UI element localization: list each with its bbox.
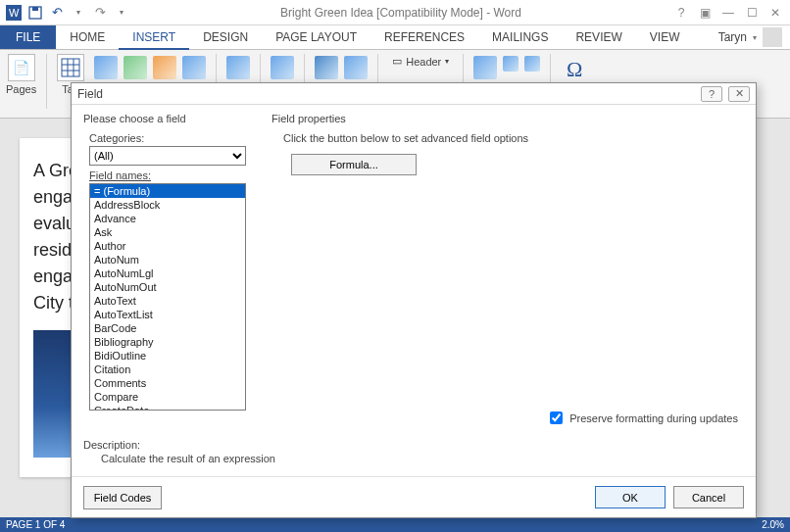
- field-name-item[interactable]: Compare: [90, 390, 245, 404]
- tab-design[interactable]: DESIGN: [189, 25, 262, 49]
- description-label: Description:: [83, 439, 275, 451]
- svg-text:W: W: [9, 7, 20, 19]
- preserve-checkbox-input[interactable]: [550, 411, 563, 424]
- field-codes-button[interactable]: Field Codes: [83, 486, 162, 509]
- tab-references[interactable]: REFERENCES: [370, 25, 478, 49]
- field-names-listbox[interactable]: = (Formula)AddressBlockAdvanceAskAuthorA…: [89, 183, 246, 411]
- field-name-item[interactable]: AutoNumLgl: [90, 266, 245, 280]
- quick-access-toolbar: W ↶ ▾ ↷ ▾: [6, 5, 129, 21]
- ok-button[interactable]: OK: [595, 486, 666, 508]
- field-name-item[interactable]: Advance: [90, 212, 245, 225]
- word-app-icon: W: [6, 5, 22, 21]
- shapes-icon[interactable]: [153, 56, 176, 79]
- online-pictures-icon[interactable]: [123, 56, 147, 79]
- pages-group[interactable]: 📄 Pages: [6, 54, 36, 95]
- window-title: Bright Green Idea [Compatibility Mode] -…: [129, 6, 672, 20]
- pictures-icon[interactable]: [94, 56, 118, 79]
- undo-dropdown-icon[interactable]: ▾: [71, 5, 86, 21]
- ribbon-display-icon[interactable]: ▣: [696, 6, 714, 20]
- smartart-icon[interactable]: [182, 56, 206, 79]
- avatar: [763, 27, 782, 47]
- text-box-icon[interactable]: [473, 56, 497, 79]
- field-dialog: Field ? ✕ Please choose a field Categori…: [71, 82, 757, 518]
- dialog-title-bar: Field ? ✕: [72, 83, 756, 105]
- quick-parts-icon[interactable]: [503, 56, 518, 72]
- dialog-title: Field: [77, 87, 701, 101]
- close-icon[interactable]: ✕: [766, 6, 784, 20]
- symbol-omega-icon[interactable]: Ω: [561, 56, 588, 83]
- dialog-close-button[interactable]: ✕: [728, 86, 750, 102]
- table-icon: [57, 54, 84, 81]
- bookmark-icon[interactable]: [344, 56, 368, 79]
- field-name-item[interactable]: AutoText: [90, 294, 245, 308]
- preserve-formatting-checkbox[interactable]: Preserve formatting during updates: [546, 409, 738, 427]
- tab-review[interactable]: REVIEW: [562, 25, 635, 49]
- tab-mailings[interactable]: MAILINGS: [478, 25, 562, 49]
- wordart-icon[interactable]: [524, 56, 540, 72]
- field-instruction: Click the button below to set advanced f…: [283, 132, 744, 144]
- field-name-item[interactable]: Ask: [90, 225, 245, 239]
- field-name-item[interactable]: AutoNumOut: [90, 280, 245, 294]
- field-name-item[interactable]: Bibliography: [90, 335, 245, 349]
- pages-icon: 📄: [8, 54, 35, 81]
- categories-select[interactable]: (All): [89, 146, 246, 166]
- categories-label: Categories:: [89, 132, 256, 144]
- redo-icon[interactable]: ↷: [92, 5, 108, 21]
- cancel-button[interactable]: Cancel: [673, 486, 744, 508]
- qat-customize-icon[interactable]: ▾: [114, 5, 129, 21]
- tab-home[interactable]: HOME: [56, 25, 119, 49]
- description-block: Description: Calculate the result of an …: [83, 439, 275, 464]
- fieldnames-label: Field names:: [89, 169, 256, 181]
- help-icon[interactable]: ?: [672, 6, 690, 20]
- header-icon: ▭: [392, 55, 402, 68]
- field-name-item[interactable]: Comments: [90, 376, 245, 390]
- svg-rect-4: [62, 59, 79, 76]
- field-name-item[interactable]: AddressBlock: [90, 198, 245, 212]
- minimize-icon[interactable]: —: [719, 6, 737, 20]
- tab-view[interactable]: VIEW: [636, 25, 694, 49]
- title-bar: W ↶ ▾ ↷ ▾ Bright Green Idea [Compatibili…: [0, 0, 790, 25]
- window-controls: ? ▣ — ☐ ✕: [672, 6, 784, 20]
- apps-icon[interactable]: [226, 56, 250, 79]
- dialog-help-button[interactable]: ?: [701, 86, 722, 102]
- save-icon[interactable]: [27, 5, 43, 21]
- field-name-item[interactable]: BidiOutline: [90, 349, 245, 363]
- status-bar: PAGE 1 OF 4 2.0%: [0, 517, 790, 532]
- description-text: Calculate the result of an expression: [101, 453, 275, 464]
- field-name-item[interactable]: AutoTextList: [90, 308, 245, 321]
- undo-icon[interactable]: ↶: [49, 5, 65, 21]
- field-name-item[interactable]: Citation: [90, 363, 245, 376]
- field-name-item[interactable]: AutoNum: [90, 253, 245, 266]
- ribbon-tabs: FILE HOME INSERT DESIGN PAGE LAYOUT REFE…: [0, 25, 790, 50]
- field-properties-label: Field properties: [272, 113, 744, 124]
- status-page[interactable]: PAGE 1 OF 4: [6, 519, 65, 530]
- field-name-item[interactable]: = (Formula): [90, 184, 245, 198]
- tab-insert[interactable]: INSERT: [119, 25, 189, 50]
- field-name-item[interactable]: CreateDate: [90, 404, 245, 411]
- maximize-icon[interactable]: ☐: [743, 6, 761, 20]
- svg-rect-3: [32, 7, 38, 11]
- formula-button[interactable]: Formula...: [291, 154, 417, 175]
- user-name-label: Taryn: [718, 30, 747, 44]
- field-name-item[interactable]: BarCode: [90, 321, 245, 335]
- hyperlink-icon[interactable]: [315, 56, 338, 79]
- tab-page-layout[interactable]: PAGE LAYOUT: [262, 25, 370, 49]
- field-name-item[interactable]: Author: [90, 239, 245, 253]
- online-video-icon[interactable]: [271, 56, 294, 79]
- header-button[interactable]: ▭ Header ▾: [388, 54, 453, 69]
- tab-file[interactable]: FILE: [0, 25, 56, 49]
- choose-field-label: Please choose a field: [83, 113, 256, 124]
- account-user[interactable]: Taryn ▾: [718, 25, 790, 49]
- status-zoom[interactable]: 2.0%: [762, 519, 784, 530]
